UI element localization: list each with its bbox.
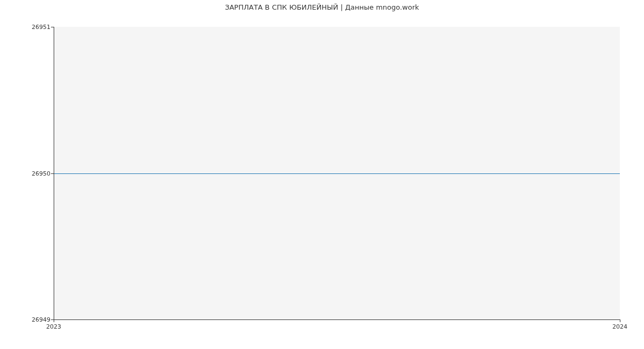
chart-title: ЗАРПЛАТА В СПК ЮБИЛЕЙНЫЙ | Данные mnogo.… xyxy=(0,3,644,11)
y-tick-label: 26951 xyxy=(2,24,50,31)
y-tick-mark xyxy=(51,173,54,174)
y-tick-label: 26950 xyxy=(2,170,50,177)
x-axis xyxy=(54,319,620,320)
y-axis xyxy=(54,27,54,319)
y-tick-label: 26949 xyxy=(2,316,50,323)
y-tick-mark xyxy=(51,27,54,27)
chart-container: ЗАРПЛАТА В СПК ЮБИЛЕЙНЫЙ | Данные mnogo.… xyxy=(0,0,644,349)
x-tick-label: 2024 xyxy=(612,323,627,330)
x-tick-mark xyxy=(54,319,54,322)
series-salary xyxy=(54,173,620,174)
x-tick-mark xyxy=(620,319,620,322)
x-tick-label: 2023 xyxy=(46,323,61,330)
